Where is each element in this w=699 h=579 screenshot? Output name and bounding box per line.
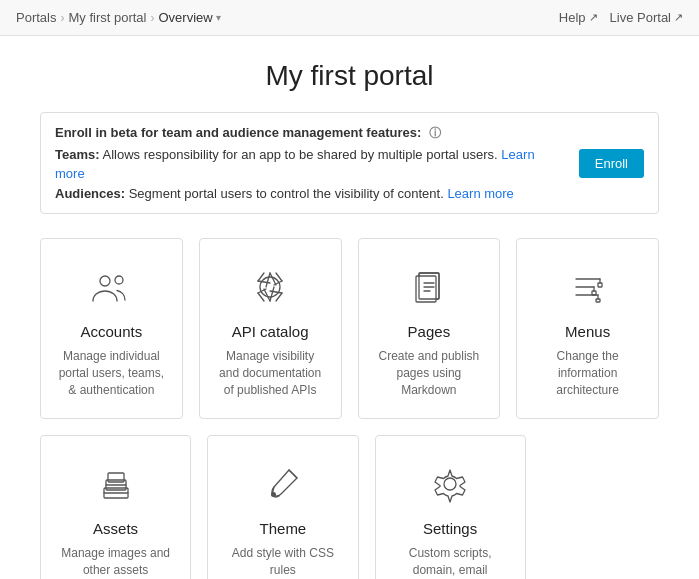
beta-banner-text: Enroll in beta for team and audience man… xyxy=(55,123,567,203)
assets-desc: Manage images and other assets xyxy=(57,545,174,579)
card-api-catalog[interactable]: API catalog Manage visibility and docume… xyxy=(199,238,342,419)
theme-icon xyxy=(259,460,307,508)
beta-audiences-line: Audiences: Segment portal users to contr… xyxy=(55,184,567,204)
assets-title: Assets xyxy=(93,520,138,537)
settings-desc: Custom scripts, domain, email settings..… xyxy=(392,545,509,579)
svg-line-35 xyxy=(289,470,297,478)
breadcrumb-dropdown-icon[interactable]: ▾ xyxy=(216,12,221,23)
svg-point-0 xyxy=(100,276,110,286)
svg-line-3 xyxy=(266,273,270,287)
live-portal-link[interactable]: Live Portal ↗ xyxy=(610,10,683,25)
beta-banner: Enroll in beta for team and audience man… xyxy=(40,112,659,214)
breadcrumb: Portals › My first portal › Overview ▾ xyxy=(16,10,221,25)
help-link[interactable]: Help ↗ xyxy=(559,10,598,25)
empty-slot xyxy=(542,435,659,579)
card-theme[interactable]: Theme Add style with CSS rules xyxy=(207,435,358,579)
menus-title: Menus xyxy=(565,323,610,340)
main-content: My first portal Enroll in beta for team … xyxy=(0,36,699,579)
assets-icon xyxy=(92,460,140,508)
card-pages[interactable]: Pages Create and publish pages using Mar… xyxy=(358,238,501,419)
svg-line-9 xyxy=(270,287,274,301)
card-menus[interactable]: Menus Change the information architectur… xyxy=(516,238,659,419)
svg-point-37 xyxy=(444,478,456,490)
breadcrumb-current-label: Overview xyxy=(158,10,212,25)
svg-rect-25 xyxy=(598,283,602,287)
card-assets[interactable]: Assets Manage images and other assets xyxy=(40,435,191,579)
menus-desc: Change the information architecture xyxy=(533,348,642,398)
enroll-button[interactable]: Enroll xyxy=(579,149,644,178)
theme-desc: Add style with CSS rules xyxy=(224,545,341,579)
breadcrumb-sep-2: › xyxy=(150,11,154,25)
accounts-desc: Manage individual portal users, teams, &… xyxy=(57,348,166,398)
pages-desc: Create and publish pages using Markdown xyxy=(375,348,484,398)
breadcrumb-portal[interactable]: My first portal xyxy=(68,10,146,25)
page-title: My first portal xyxy=(40,60,659,92)
help-external-icon: ↗ xyxy=(589,11,598,24)
breadcrumb-portals[interactable]: Portals xyxy=(16,10,56,25)
svg-point-2 xyxy=(260,277,280,297)
svg-rect-27 xyxy=(592,291,596,295)
beta-teams-line: Teams: Allows responsibility for an app … xyxy=(55,145,567,184)
breadcrumb-sep-1: › xyxy=(60,11,64,25)
theme-title: Theme xyxy=(260,520,307,537)
accounts-title: Accounts xyxy=(81,323,143,340)
live-portal-external-icon: ↗ xyxy=(674,11,683,24)
pages-icon xyxy=(405,263,453,311)
audiences-learn-more[interactable]: Learn more xyxy=(447,186,513,201)
pages-title: Pages xyxy=(408,323,451,340)
breadcrumb-current: Overview ▾ xyxy=(158,10,220,25)
api-catalog-title: API catalog xyxy=(232,323,309,340)
beta-help-icon[interactable]: ⓘ xyxy=(429,126,441,140)
svg-point-1 xyxy=(115,276,123,284)
card-settings[interactable]: Settings Custom scripts, domain, email s… xyxy=(375,435,526,579)
beta-banner-title: Enroll in beta for team and audience man… xyxy=(55,123,567,143)
accounts-icon xyxy=(87,263,135,311)
menus-icon xyxy=(564,263,612,311)
cards-row-2: Assets Manage images and other assets Th… xyxy=(40,435,659,579)
header: Portals › My first portal › Overview ▾ H… xyxy=(0,0,699,36)
settings-title: Settings xyxy=(423,520,477,537)
svg-point-36 xyxy=(271,492,276,497)
svg-rect-29 xyxy=(596,299,600,302)
header-actions: Help ↗ Live Portal ↗ xyxy=(559,10,683,25)
cards-row-1: Accounts Manage individual portal users,… xyxy=(40,238,659,419)
api-catalog-icon xyxy=(246,263,294,311)
settings-icon xyxy=(426,460,474,508)
card-accounts[interactable]: Accounts Manage individual portal users,… xyxy=(40,238,183,419)
api-catalog-desc: Manage visibility and documentation of p… xyxy=(216,348,325,398)
